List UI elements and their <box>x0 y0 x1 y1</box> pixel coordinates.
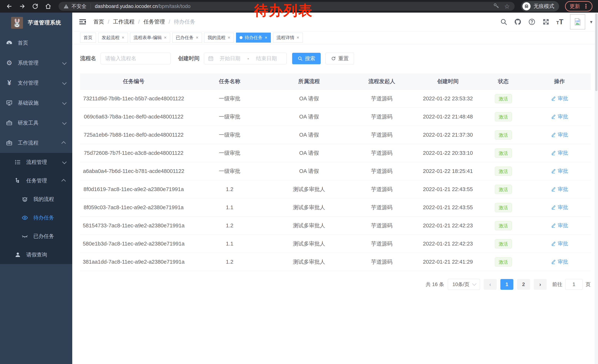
col-created: 创建时间 <box>418 73 478 90</box>
next-page-button[interactable]: › <box>534 279 547 290</box>
tag-process-detail[interactable]: 流程详情 × <box>273 32 303 43</box>
sidebar-collapse-icon[interactable] <box>78 17 87 27</box>
screen: 不安全 dashboard.yudao.iocoder.cn /bpm/task… <box>0 0 598 364</box>
eye-closed-icon <box>21 233 29 240</box>
date-range-picker[interactable]: 开始日期 - 结束日期 <box>204 53 287 64</box>
close-icon[interactable]: × <box>122 35 124 40</box>
breadcrumb-home[interactable]: 首页 <box>93 18 104 25</box>
prev-page-button[interactable]: ‹ <box>484 279 497 290</box>
sidebar-item-workflow[interactable]: 工作流程 <box>0 133 72 153</box>
sidebar-item-system[interactable]: ⚙ 系统管理 <box>0 53 72 73</box>
chevron-down-icon <box>62 160 67 164</box>
logo-image: 🐰 <box>11 17 23 29</box>
pen-icon <box>551 205 556 210</box>
bookmark-star-icon[interactable]: ☆ <box>504 3 510 9</box>
cell-task-name: 1.1 <box>187 198 272 217</box>
close-icon[interactable]: × <box>196 35 199 40</box>
avatar[interactable] <box>570 14 585 29</box>
sidebar-item-payment[interactable]: ¥ 支付管理 <box>0 73 72 93</box>
sidebar-item-task-management[interactable]: 任务管理 <box>0 171 72 190</box>
search-icon[interactable] <box>500 18 507 25</box>
col-status: 状态 <box>478 73 528 90</box>
cell-task-name: 1.2 <box>187 180 272 198</box>
sidebar-item-done-tasks[interactable]: 已办任务 <box>0 227 72 245</box>
app-title: 芋道管理系统 <box>28 19 61 26</box>
home-icon[interactable] <box>43 1 53 11</box>
monitor-icon <box>6 99 13 107</box>
chevron-down-icon <box>472 282 476 286</box>
sidebar-item-devtools[interactable]: 研发工具 <box>0 113 72 133</box>
cell-initiator: 芋道源码 <box>346 90 418 108</box>
scrollbar[interactable] <box>595 13 598 364</box>
font-size-icon[interactable]: TT <box>556 18 563 26</box>
sidebar-item-todo-tasks[interactable]: 待办任务 <box>0 209 72 227</box>
tag-process-form-edit[interactable]: 流程表单-编辑 × <box>130 32 170 43</box>
close-icon[interactable]: × <box>265 35 267 40</box>
search-button[interactable]: 搜索 <box>292 53 321 64</box>
approve-link[interactable]: 审批 <box>551 131 568 138</box>
tag-todo-tasks[interactable]: 待办任务 × <box>236 32 271 43</box>
update-button[interactable]: 更新 ⋮ <box>565 1 592 11</box>
reload-icon[interactable] <box>30 1 40 11</box>
page-size-select[interactable]: 10条/页 <box>448 279 480 290</box>
cell-task-name: 一级审批 <box>187 162 272 180</box>
col-initiator: 流程发起人 <box>346 73 418 90</box>
approve-link[interactable]: 审批 <box>551 204 568 211</box>
approve-link[interactable]: 审批 <box>551 258 568 265</box>
breadcrumb-separator: / <box>169 19 170 25</box>
approve-link[interactable]: 审批 <box>551 113 568 120</box>
close-icon[interactable]: × <box>228 35 230 40</box>
password-key-icon[interactable] <box>493 3 499 10</box>
table-row: 381aa1dd-7ac8-11ec-a9e2-a2380e71991a 1.2… <box>80 253 590 271</box>
approve-link[interactable]: 审批 <box>551 222 568 229</box>
approve-link[interactable]: 审批 <box>551 240 568 247</box>
gear-icon: ⚙ <box>6 59 13 67</box>
tag-my-process[interactable]: 我的流程 × <box>204 32 234 43</box>
sidebar-item-infrastructure[interactable]: 基础设施 <box>0 93 72 113</box>
page-button-2[interactable]: 2 <box>517 279 530 290</box>
back-icon[interactable] <box>4 1 15 11</box>
table-row: a6aba0a4-7b6d-11ec-b781-acde48001122 一级审… <box>80 162 590 180</box>
tag-start-process[interactable]: 发起流程 × <box>98 32 128 43</box>
sidebar-item-my-process[interactable]: 我的流程 <box>0 190 72 209</box>
breadcrumb-workflow[interactable]: 工作流程 <box>113 18 134 25</box>
search-icon <box>298 56 303 61</box>
approve-link[interactable]: 审批 <box>551 149 568 156</box>
scrollbar-thumb[interactable] <box>595 13 598 91</box>
browser-menu-icon[interactable]: ⋮ <box>583 3 589 10</box>
approve-link[interactable]: 审批 <box>551 168 568 175</box>
goto-page-input[interactable] <box>565 279 583 290</box>
fullscreen-icon[interactable] <box>542 18 550 25</box>
cell-task-name: 一级审批 <box>187 90 272 108</box>
tag-home[interactable]: 首页 <box>80 32 96 43</box>
chevron-down-icon <box>62 120 67 125</box>
approve-link[interactable]: 审批 <box>551 186 568 193</box>
close-icon[interactable]: × <box>164 35 166 40</box>
reset-button[interactable]: 重置 <box>325 53 354 64</box>
chevron-down-icon <box>62 80 67 85</box>
chevron-down-icon <box>62 100 67 105</box>
security-label[interactable]: 不安全 <box>72 3 86 10</box>
close-icon[interactable]: × <box>297 35 299 40</box>
table-row: 73211d9d-7b9b-11ec-b5b7-acde48001122 一级审… <box>80 90 590 108</box>
github-icon[interactable] <box>514 18 522 25</box>
breadcrumb-current: 待办任务 <box>174 18 195 25</box>
breadcrumb-task-management[interactable]: 任务管理 <box>143 18 165 25</box>
update-label[interactable]: 更新 <box>570 3 580 10</box>
avatar-caret-icon[interactable]: ▾ <box>590 19 592 25</box>
sidebar-menu: 首页 ⚙ 系统管理 ¥ 支付管理 基础设施 <box>0 33 72 264</box>
process-name-input[interactable] <box>100 53 171 64</box>
help-icon[interactable] <box>528 18 536 25</box>
sidebar-item-process-management[interactable]: 流程管理 <box>0 153 72 171</box>
page-button-1[interactable]: 1 <box>500 279 513 290</box>
cell-task-name: 一级审批 <box>187 144 272 162</box>
cell-task-name: 1.2 <box>187 217 272 235</box>
tag-done-tasks[interactable]: 已办任务 × <box>172 32 202 43</box>
chevron-down-icon <box>62 60 67 65</box>
pen-icon <box>551 96 556 101</box>
status-badge: 激活 <box>495 185 512 194</box>
sidebar-item-home[interactable]: 首页 <box>0 33 72 53</box>
sidebar-item-leave-query[interactable]: 请假查询 <box>0 245 72 264</box>
approve-link[interactable]: 审批 <box>551 95 568 102</box>
forward-icon[interactable] <box>17 1 27 11</box>
